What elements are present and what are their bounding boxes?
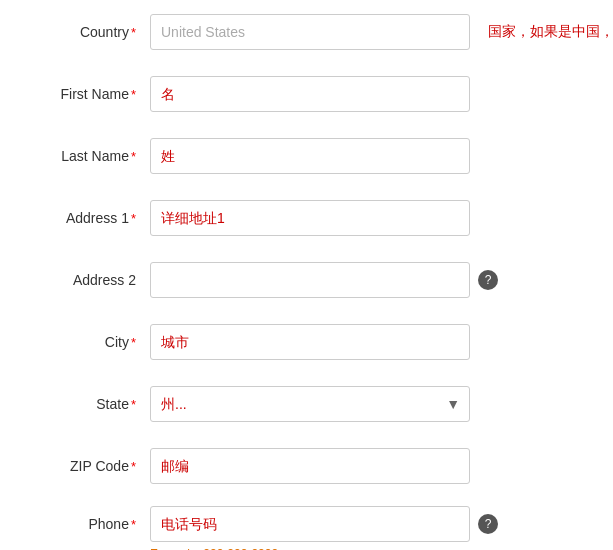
address1-input[interactable] (150, 200, 470, 236)
first-name-row: First Name* (20, 72, 593, 116)
required-star: * (131, 517, 136, 532)
country-row: Country* United States China 国家，如果是中国，则选… (20, 10, 593, 54)
required-star: * (131, 459, 136, 474)
zip-row: ZIP Code* (20, 444, 593, 488)
phone-row-inner: Phone* ? (20, 506, 593, 542)
last-name-input-col (150, 138, 593, 174)
zip-label: ZIP Code* (20, 458, 150, 474)
phone-help-icon[interactable]: ? (478, 514, 498, 534)
zip-input[interactable] (150, 448, 470, 484)
phone-input[interactable] (150, 506, 470, 542)
first-name-label: First Name* (20, 86, 150, 102)
state-select-wrapper: 州... California New York Texas ▼ (150, 386, 470, 422)
required-star: * (131, 149, 136, 164)
last-name-label-text: Last Name (61, 148, 129, 164)
first-name-label-text: First Name (60, 86, 128, 102)
state-row: State* 州... California New York Texas ▼ (20, 382, 593, 426)
country-input-col: United States China 国家，如果是中国，则选择China (150, 14, 613, 50)
phone-label: Phone* (20, 516, 150, 532)
address2-input-col: ? (150, 262, 593, 298)
city-label-text: City (105, 334, 129, 350)
phone-row: Phone* ? Example: 333-333-3333 (20, 506, 593, 550)
address1-label: Address 1* (20, 210, 150, 226)
country-annotation: 国家，如果是中国，则选择China (488, 23, 613, 41)
country-label-text: Country (80, 24, 129, 40)
required-star: * (131, 335, 136, 350)
state-label-text: State (96, 396, 129, 412)
phone-example: Example: 333-333-3333 (150, 544, 278, 550)
country-select[interactable]: United States China (150, 14, 470, 50)
state-label: State* (20, 396, 150, 412)
first-name-input-col (150, 76, 593, 112)
address2-input[interactable] (150, 262, 470, 298)
required-star: * (131, 397, 136, 412)
address1-row: Address 1* (20, 196, 593, 240)
phone-input-col: ? (150, 506, 593, 542)
city-input[interactable] (150, 324, 470, 360)
address2-row: Address 2 ? (20, 258, 593, 302)
phone-label-text: Phone (88, 516, 128, 532)
address2-label: Address 2 (20, 272, 150, 288)
last-name-input[interactable] (150, 138, 470, 174)
state-select[interactable]: 州... California New York Texas (150, 386, 470, 422)
address2-help-icon[interactable]: ? (478, 270, 498, 290)
required-star: * (131, 211, 136, 226)
country-label: Country* (20, 24, 150, 40)
required-star: * (131, 87, 136, 102)
city-input-col (150, 324, 593, 360)
first-name-input[interactable] (150, 76, 470, 112)
last-name-label: Last Name* (20, 148, 150, 164)
address1-label-text: Address 1 (66, 210, 129, 226)
required-star: * (131, 25, 136, 40)
address2-label-text: Address 2 (73, 272, 136, 288)
city-label: City* (20, 334, 150, 350)
address1-input-col (150, 200, 593, 236)
zip-label-text: ZIP Code (70, 458, 129, 474)
zip-input-col (150, 448, 593, 484)
state-input-col: 州... California New York Texas ▼ (150, 386, 593, 422)
last-name-row: Last Name* (20, 134, 593, 178)
city-row: City* (20, 320, 593, 364)
